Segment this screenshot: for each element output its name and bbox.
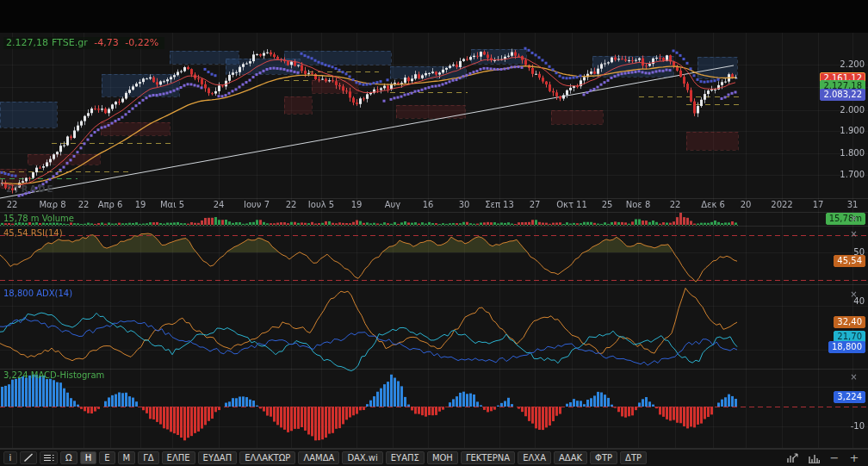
pencil-icon [23, 453, 34, 463]
info-icon: i [9, 452, 12, 463]
platform-watermark: 2TRADE [6, 184, 54, 194]
symbol-button-ΕΛΛΑΚΤΩΡ[interactable]: ΕΛΛΑΚΤΩΡ [239, 451, 295, 464]
time-axis-label: Ιουν 7 [244, 200, 270, 209]
macd-close-button[interactable]: × [849, 372, 859, 382]
time-axis-label: 22 [78, 200, 90, 209]
symbol-button-Ω[interactable]: Ω [60, 451, 78, 464]
symbol-button-ΔΤΡ[interactable]: ΔΤΡ [620, 451, 647, 464]
adx-panel-label: 18,800 ADX(14) [3, 289, 72, 298]
time-axis-label: Ιουλ 5 [308, 200, 334, 209]
axis-grid-label: -10 [851, 421, 865, 432]
price-marker-badge: 15,78m [826, 213, 865, 225]
rsi-panel-label: 45,54 RSI(14) [3, 228, 63, 238]
price-marker-badge: 45,54 [834, 255, 865, 267]
symbol-button-DAX.wi[interactable]: DAX.wi [342, 451, 382, 464]
chart-arrow-icon [787, 453, 799, 463]
volume-close-button[interactable]: × [849, 214, 859, 223]
symbol-shortcut-list: ΩΗΕΜΓΔΕΛΠΕΕΥΔΑΠΕΛΛΑΚΤΩΡΛΑΜΔΑDAX.wiΕΥΑΠΣΜ… [60, 451, 647, 464]
time-axis-label: 2022 [771, 200, 792, 209]
trading-app: 2.127,18FTSE.gr -4,73 -0,22% 2TRADE 15,7… [0, 0, 868, 466]
chart-controls: − + [785, 451, 868, 464]
time-axis-label: Σεπ 13 [485, 200, 514, 209]
time-axis-label: 25 [602, 200, 613, 209]
bottom-toolbar: i ΩΗΕΜΓΔΕΛΠΕΕΥΔΑΠΕΛΛΑΚΤΩΡΛΑΜΔΑDAX.wiΕΥΑΠ… [0, 449, 868, 466]
time-axis-label: Νοε 8 [626, 200, 651, 209]
rsi-close-button[interactable]: × [849, 229, 859, 239]
symbol-header: 2.127,18FTSE.gr -4,73 -0,22% [3, 37, 164, 49]
time-axis-label: 31 [847, 200, 859, 209]
price-marker-badge: 32,40 [834, 316, 865, 328]
indicator-list-button[interactable] [40, 451, 58, 464]
symbol-name[interactable]: FTSE.gr [52, 37, 88, 48]
time-axis-label: Δεκ 6 [701, 200, 725, 209]
symbol-button-ΕΛΧΑ[interactable]: ΕΛΧΑ [518, 451, 551, 464]
symbol-button-ΓΕΚΤΕΡΝΑ[interactable]: ΓΕΚΤΕΡΝΑ [461, 451, 515, 464]
symbol-button-ΕΛΠΕ[interactable]: ΕΛΠΕ [162, 451, 195, 464]
change-percent: -0,22% [125, 37, 158, 48]
time-axis-label: 30 [459, 200, 470, 209]
time-axis-label: Απρ 6 [98, 200, 123, 209]
symbol-button-ΛΑΜΔΑ[interactable]: ΛΑΜΔΑ [298, 451, 339, 464]
time-axis-label: 22 [286, 200, 297, 209]
draw-line-button[interactable] [20, 451, 37, 464]
time-axis-label: 24 [214, 200, 225, 209]
symbol-button-ΦΤΡ[interactable]: ΦΤΡ [590, 451, 617, 464]
axis-grid-label: 2.200 [840, 59, 865, 70]
zoom-out-button[interactable]: − [828, 451, 841, 464]
symbol-button-ΓΔ[interactable]: ΓΔ [138, 451, 158, 464]
axis-grid-label: 1.800 [840, 148, 865, 158]
time-axis-label: 22 [670, 200, 681, 209]
info-button[interactable]: i [3, 451, 17, 464]
list-icon [43, 453, 54, 463]
time-axis-label: Αυγ [385, 200, 401, 209]
time-axis-label: 27 [530, 200, 541, 209]
last-price: 2.127,18 [6, 37, 48, 48]
price-marker-badge: 2.083,22 [820, 89, 865, 101]
time-axis-label: Μαρ 8 [39, 200, 65, 209]
zoom-in-button[interactable]: + [847, 451, 861, 464]
symbol-button-Μ[interactable]: Μ [118, 451, 136, 464]
time-axis-label: 20 [741, 200, 752, 209]
symbol-button-ΑΔΑΚ[interactable]: ΑΔΑΚ [554, 451, 587, 464]
axis-grid-label: 2.000 [840, 105, 865, 115]
volume-panel-label: 15,78 m Volume [3, 214, 74, 223]
bar-chart-button[interactable] [807, 451, 822, 464]
time-axis-label: 17 [813, 200, 824, 209]
symbol-button-ΕΥΑΠΣ[interactable]: ΕΥΑΠΣ [386, 451, 425, 464]
price-marker-badge: 3,224 [834, 391, 865, 403]
axis-grid-label: 1.700 [840, 170, 865, 180]
macd-panel-label: 3,224 MACD-Histogram [3, 370, 104, 380]
symbol-button-ΕΥΔΑΠ[interactable]: ΕΥΔΑΠ [198, 451, 238, 464]
time-axis-label: Οκτ 11 [556, 200, 587, 209]
time-axis-label: 19 [351, 200, 363, 209]
adx-close-button[interactable]: × [849, 289, 859, 299]
price-marker-badge: 18,800 [828, 341, 865, 353]
change-value: -4,73 [94, 37, 118, 48]
time-axis-label: Μαι 5 [160, 200, 184, 209]
axis-grid-label: 1.900 [840, 126, 865, 136]
chart-canvas[interactable] [0, 0, 868, 466]
time-axis-label: 19 [135, 200, 146, 209]
symbol-button-ΜΟΗ[interactable]: ΜΟΗ [427, 451, 458, 464]
time-axis-label: 16 [423, 200, 434, 209]
bar-chart-icon [809, 453, 820, 463]
symbol-button-Η[interactable]: Η [80, 451, 97, 464]
time-axis-label: 22 [7, 200, 18, 209]
symbol-button-Ε[interactable]: Ε [99, 451, 115, 464]
scale-chart-button[interactable] [785, 451, 801, 464]
